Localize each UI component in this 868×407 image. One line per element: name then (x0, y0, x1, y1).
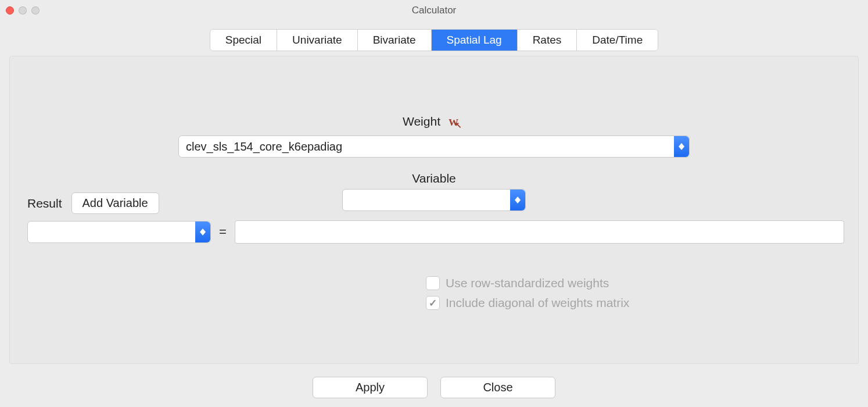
weights-manager-icon[interactable]: W↖ (449, 117, 465, 128)
tab-spatial-lag[interactable]: Spatial Lag (432, 30, 518, 51)
main-panel: Weight W↖ clev_sls_154_core_k6epadiag Va… (9, 56, 859, 364)
dropdown-stepper-icon (674, 136, 689, 157)
tab-special[interactable]: Special (210, 30, 277, 51)
weight-select[interactable]: clev_sls_154_core_k6epadiag (178, 135, 690, 158)
expression-field[interactable] (235, 220, 844, 244)
tab-univariate[interactable]: Univariate (277, 30, 358, 51)
row-standardized-label: Use row-standardized weights (446, 276, 609, 290)
add-variable-button[interactable]: Add Variable (71, 192, 159, 214)
dialog-buttons: Apply Close (0, 377, 868, 398)
row-standardized-checkbox: Use row-standardized weights (426, 276, 629, 290)
tab-rates[interactable]: Rates (518, 30, 578, 51)
result-label: Result (27, 197, 62, 210)
checkbox-icon (426, 276, 440, 290)
svg-marker-5 (200, 232, 206, 235)
weight-select-value: clev_sls_154_core_k6epadiag (179, 140, 674, 153)
dropdown-stepper-icon (195, 222, 210, 242)
include-diagonal-label: Include diagonal of weights matrix (446, 296, 629, 310)
tab-date-time[interactable]: Date/Time (577, 30, 658, 51)
svg-marker-3 (515, 200, 521, 204)
svg-marker-1 (679, 147, 684, 150)
include-diagonal-checkbox: Include diagonal of weights matrix (426, 296, 629, 310)
checkbox-icon (426, 296, 440, 310)
weight-label: Weight (403, 115, 440, 128)
equals-label: = (219, 224, 227, 240)
dropdown-stepper-icon (510, 190, 525, 210)
apply-button[interactable]: Apply (313, 377, 428, 398)
window-title: Calculator (0, 5, 868, 16)
variable-label: Variable (412, 172, 456, 185)
tab-bivariate[interactable]: Bivariate (358, 30, 432, 51)
result-select[interactable] (27, 221, 211, 243)
variable-select[interactable] (342, 189, 526, 211)
close-button[interactable]: Close (440, 377, 555, 398)
tab-bar: Special Univariate Bivariate Spatial Lag… (210, 29, 658, 51)
titlebar: Calculator (0, 0, 868, 21)
